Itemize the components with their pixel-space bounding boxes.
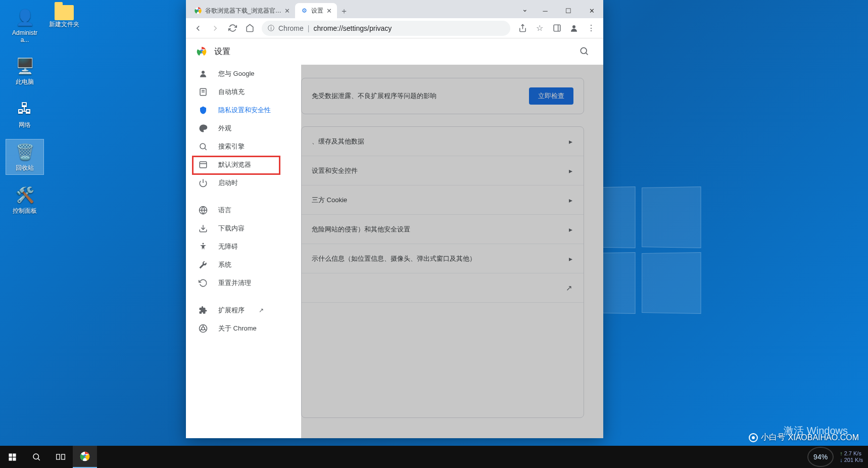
menu-button[interactable]: ⋮ <box>583 20 599 36</box>
nav-item-globe[interactable]: 语言 <box>186 201 295 219</box>
radio-icon <box>749 433 758 442</box>
nav-item-power[interactable]: 启动时 <box>186 174 295 192</box>
nav-label: 默认浏览器 <box>218 160 251 169</box>
desktop-icon-network[interactable]: 🖧 网络 <box>6 97 43 131</box>
nav-label: 搜索引擎 <box>218 142 245 151</box>
gear-icon: ⚙ <box>300 7 308 15</box>
desktop-icon-label: 网络 <box>19 121 31 129</box>
nav-label: 启动时 <box>218 178 238 188</box>
search-settings-button[interactable] <box>579 46 589 56</box>
svg-line-9 <box>586 53 588 55</box>
share-button[interactable] <box>514 20 531 36</box>
site-info-icon[interactable]: ⓘ <box>268 24 274 33</box>
nav-label: 自动填充 <box>218 87 245 97</box>
nav-item-download[interactable]: 下载内容 <box>186 219 295 238</box>
nav-label: 隐私设置和安全性 <box>218 106 271 115</box>
close-window-button[interactable]: ✕ <box>580 3 603 18</box>
autofill-icon <box>198 87 208 97</box>
person-icon <box>198 69 208 78</box>
svg-rect-35 <box>62 454 65 459</box>
nav-item-chrome[interactable]: 关于 Chrome <box>186 319 295 338</box>
nav-label: 关于 Chrome <box>218 324 257 333</box>
back-button[interactable] <box>190 20 206 36</box>
desktop-icon-label: 控制面板 <box>13 207 37 215</box>
svg-point-22 <box>203 243 204 245</box>
ext-icon <box>198 306 208 315</box>
nav-item-ext[interactable]: 扩展程序↗ <box>186 301 295 319</box>
titlebar[interactable]: 谷歌浏览器下载_浏览器官网入口 ✕ ⚙ 设置 ✕ ＋ ⌄ ─ ☐ ✕ <box>186 0 603 18</box>
network-stats: 2.7 K/s 201 K/s <box>840 450 863 463</box>
network-meter[interactable]: 94% <box>807 447 834 467</box>
svg-rect-3 <box>554 25 560 31</box>
globe-icon <box>198 206 208 215</box>
nav-label: 下载内容 <box>218 224 245 233</box>
net-pct: 94 <box>813 453 822 461</box>
settings-title: 设置 <box>214 46 230 57</box>
bookmark-button[interactable]: ☆ <box>532 20 548 36</box>
tabsearch-icon[interactable]: ⌄ <box>516 3 534 15</box>
close-tab-icon[interactable]: ✕ <box>326 7 332 15</box>
tab-title: 设置 <box>311 7 323 15</box>
desktop-icon-label: 回收站 <box>16 164 34 172</box>
toolbar: ⓘ Chrome | chrome://settings/privacy ☆ ⋮ <box>186 18 603 38</box>
tab-title: 谷歌浏览器下载_浏览器官网入口 <box>205 7 281 15</box>
desktop-icon-newfolder[interactable]: 新建文件夹 <box>45 5 83 29</box>
brand-domain: XIAOBAIHAO.COM <box>788 433 859 442</box>
tab-settings[interactable]: ⚙ 设置 ✕ <box>295 3 337 18</box>
desktop-icon-thispc[interactable]: 🖥️ 此电脑 <box>6 54 43 88</box>
nav-item-autofill[interactable]: 自动填充 <box>186 83 295 101</box>
profile-button[interactable] <box>566 20 582 36</box>
taskbar-chrome[interactable] <box>73 446 97 468</box>
minimize-button[interactable]: ─ <box>534 3 557 18</box>
svg-rect-16 <box>200 162 207 168</box>
home-button[interactable] <box>242 20 258 36</box>
svg-rect-29 <box>13 453 16 456</box>
sidepanel-button[interactable] <box>549 20 565 36</box>
chrome-window: 谷歌浏览器下载_浏览器官网入口 ✕ ⚙ 设置 ✕ ＋ ⌄ ─ ☐ ✕ <box>186 0 603 438</box>
nav-item-a11y[interactable]: 无障碍 <box>186 238 295 256</box>
nav-label: 外观 <box>218 124 231 133</box>
new-tab-button[interactable]: ＋ <box>337 4 351 18</box>
net-up: 2.7 K/s <box>840 450 863 457</box>
nav-item-wrench[interactable]: 系统 <box>186 256 295 274</box>
search-button[interactable] <box>24 446 49 468</box>
start-button[interactable] <box>0 446 24 468</box>
user-folder-icon: 👤 <box>15 7 35 27</box>
settings-header: 设置 <box>186 38 603 65</box>
nav-label: 无障碍 <box>218 242 238 251</box>
omnibox[interactable]: ⓘ Chrome | chrome://settings/privacy <box>262 21 510 36</box>
computer-icon: 🖥️ <box>15 56 35 76</box>
desktop-icon-controlpanel[interactable]: 🛠️ 控制面板 <box>6 182 43 217</box>
desktop-icons-column: 👤 Administra... 🖥️ 此电脑 🖧 网络 🗑️ 回收站 🛠️ 控制… <box>6 5 43 217</box>
control-panel-icon: 🛠️ <box>15 184 35 205</box>
window-controls: ⌄ ─ ☐ ✕ <box>516 3 603 18</box>
download-icon <box>198 224 208 233</box>
nav-item-person[interactable]: 您与 Google <box>186 65 295 83</box>
folder-icon <box>55 5 74 20</box>
external-link-icon: ↗ <box>259 307 264 314</box>
desktop-icon-recycle[interactable]: 🗑️ 回收站 <box>6 139 43 174</box>
svg-point-10 <box>202 71 205 74</box>
wrench-icon <box>198 260 208 269</box>
search-icon <box>198 142 208 151</box>
nav-item-reset[interactable]: 重置并清理 <box>186 274 295 292</box>
forward-button[interactable] <box>207 20 223 36</box>
nav-item-browser[interactable]: 默认浏览器 <box>186 156 295 174</box>
nav-label: 您与 Google <box>218 69 255 78</box>
close-tab-icon[interactable]: ✕ <box>284 7 290 15</box>
nav-item-search[interactable]: 搜索引擎 <box>186 137 295 156</box>
system-tray[interactable]: 94% 2.7 K/s 201 K/s <box>807 446 868 468</box>
nav-label: 扩展程序 <box>218 306 245 315</box>
content-dim-overlay <box>301 65 603 438</box>
palette-icon <box>198 124 208 133</box>
nav-item-palette[interactable]: 外观 <box>186 119 295 137</box>
maximize-button[interactable]: ☐ <box>557 3 580 18</box>
url-scheme-label: Chrome <box>278 24 304 32</box>
nav-item-shield[interactable]: 隐私设置和安全性 <box>186 101 295 119</box>
taskview-button[interactable] <box>49 446 73 468</box>
desktop-icon-admin[interactable]: 👤 Administra... <box>6 5 43 45</box>
svg-point-32 <box>33 454 39 459</box>
tab-other[interactable]: 谷歌浏览器下载_浏览器官网入口 ✕ <box>189 3 295 18</box>
chrome-logo-icon <box>196 46 207 57</box>
reload-button[interactable] <box>224 20 240 36</box>
